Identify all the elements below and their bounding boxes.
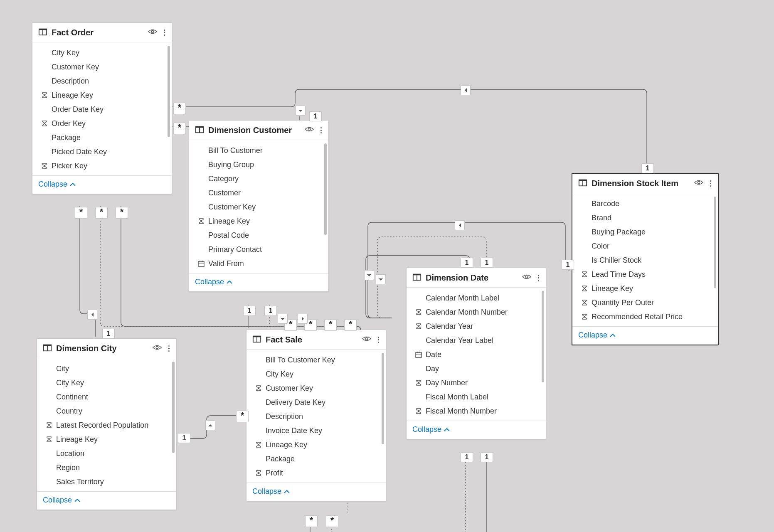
table-header[interactable]: Dimension Date — [407, 268, 546, 288]
field-row[interactable]: City Key — [246, 367, 386, 381]
field-row[interactable]: Color — [572, 239, 718, 253]
field-row[interactable]: Region — [37, 461, 176, 475]
sigma-icon — [579, 313, 590, 320]
field-row[interactable]: Continent — [37, 390, 176, 404]
field-row[interactable]: Package — [32, 131, 172, 145]
field-row[interactable]: Day — [407, 362, 546, 376]
field-row[interactable]: City Key — [32, 46, 172, 60]
more-options-icon[interactable] — [162, 29, 167, 37]
scrollbar[interactable] — [172, 362, 175, 453]
field-row[interactable]: City Key — [37, 376, 176, 390]
field-row[interactable]: Description — [246, 409, 386, 424]
scrollbar[interactable] — [382, 353, 384, 444]
collapse-button[interactable]: Collapse — [578, 331, 616, 340]
field-row[interactable]: Is Chiller Stock — [572, 253, 718, 267]
scrollbar[interactable] — [714, 197, 716, 288]
field-row[interactable]: Picked Date Key — [32, 145, 172, 159]
field-label: Calendar Year Label — [426, 336, 493, 345]
table-dimension-date[interactable]: Dimension Date Calendar Month LabelCalen… — [406, 268, 546, 439]
field-row[interactable]: Calendar Month Label — [407, 291, 546, 305]
field-row[interactable]: Lineage Key — [246, 438, 386, 452]
field-row[interactable]: Invoice Date Key — [246, 424, 386, 438]
scrollbar[interactable] — [542, 291, 544, 382]
scrollbar[interactable] — [324, 143, 327, 235]
field-row[interactable]: Country — [37, 404, 176, 418]
visibility-icon[interactable] — [148, 29, 157, 36]
more-options-icon[interactable] — [708, 180, 713, 187]
collapse-button[interactable]: Collapse — [252, 487, 290, 496]
field-label: Postal Code — [208, 231, 249, 240]
field-row[interactable]: Profit — [246, 466, 386, 480]
more-options-icon[interactable] — [167, 345, 171, 352]
field-row[interactable]: Customer — [189, 186, 328, 200]
field-row[interactable]: Buying Group — [189, 158, 328, 172]
table-header[interactable]: Dimension Stock Item — [572, 174, 718, 193]
field-row[interactable]: Picker Key — [32, 159, 172, 173]
field-row[interactable]: Quantity Per Outer — [572, 296, 718, 310]
field-row[interactable]: Package — [246, 452, 386, 466]
visibility-icon[interactable] — [694, 180, 703, 187]
table-header[interactable]: Dimension Customer — [189, 121, 328, 140]
visibility-icon[interactable] — [362, 336, 371, 343]
field-row[interactable]: Category — [189, 172, 328, 186]
model-canvas[interactable]: { "collapse_label": "Collapse", "cardina… — [0, 0, 774, 532]
scrollbar[interactable] — [168, 46, 170, 137]
cardinality-one: 1 — [102, 329, 115, 339]
field-row[interactable]: Fiscal Month Number — [407, 404, 546, 418]
field-row[interactable]: Customer Key — [32, 60, 172, 74]
field-row[interactable]: Date — [407, 347, 546, 362]
field-row[interactable]: Brand — [572, 211, 718, 225]
field-row[interactable]: Delivery Date Key — [246, 395, 386, 409]
field-row[interactable]: Lineage Key — [32, 88, 172, 102]
table-title: Fact Sale — [266, 335, 358, 345]
table-dimension-stock-item[interactable]: Dimension Stock Item BarcodeBrandBuying … — [572, 173, 719, 345]
field-row[interactable]: Calendar Year — [407, 319, 546, 333]
field-row[interactable]: Order Date Key — [32, 102, 172, 116]
visibility-icon[interactable] — [153, 345, 162, 352]
collapse-button[interactable]: Collapse — [38, 180, 76, 189]
field-row[interactable]: Description — [32, 74, 172, 88]
svg-point-3 — [151, 30, 154, 33]
field-row[interactable]: Postal Code — [189, 228, 328, 242]
field-row[interactable]: Lineage Key — [37, 432, 176, 446]
field-row[interactable]: Bill To Customer — [189, 143, 328, 158]
field-row[interactable]: Lineage Key — [189, 214, 328, 228]
field-row[interactable]: Recommended Retail Price — [572, 310, 718, 324]
table-header[interactable]: Fact Order — [32, 23, 172, 42]
field-row[interactable]: Valid From — [189, 256, 328, 271]
collapse-button[interactable]: Collapse — [412, 425, 450, 434]
table-dimension-customer[interactable]: Dimension Customer Bill To CustomerBuyin… — [189, 120, 329, 292]
field-row[interactable]: Latest Recorded Population — [37, 418, 176, 432]
field-row[interactable]: Calendar Month Number — [407, 305, 546, 319]
visibility-icon[interactable] — [305, 126, 314, 134]
more-options-icon[interactable] — [319, 126, 323, 134]
more-options-icon[interactable] — [376, 336, 381, 344]
table-fact-order[interactable]: Fact Order City KeyCustomer KeyDescripti… — [32, 22, 172, 194]
field-row[interactable]: City — [37, 362, 176, 376]
more-options-icon[interactable] — [536, 274, 541, 282]
collapse-button[interactable]: Collapse — [43, 496, 80, 505]
field-row[interactable]: Location — [37, 446, 176, 461]
field-row[interactable]: Barcode — [572, 197, 718, 211]
field-row[interactable]: Customer Key — [246, 381, 386, 395]
collapse-button[interactable]: Collapse — [195, 278, 232, 286]
table-header[interactable]: Dimension City — [37, 339, 176, 358]
field-row[interactable]: Sales Territory — [37, 475, 176, 489]
field-row[interactable]: Bill To Customer Key — [246, 353, 386, 367]
field-row[interactable]: Buying Package — [572, 225, 718, 239]
visibility-icon[interactable] — [522, 274, 531, 281]
field-row[interactable]: Order Key — [32, 116, 172, 131]
field-row[interactable]: Customer Key — [189, 200, 328, 214]
field-row[interactable]: Lead Time Days — [572, 267, 718, 281]
table-header[interactable]: Fact Sale — [246, 330, 386, 350]
field-row[interactable]: Primary Contact — [189, 242, 328, 256]
field-row[interactable]: Lineage Key — [572, 281, 718, 296]
field-label: Lineage Key — [266, 441, 307, 449]
field-row[interactable]: Calendar Year Label — [407, 333, 546, 347]
field-row[interactable]: Day Number — [407, 376, 546, 390]
field-row[interactable]: Fiscal Month Label — [407, 390, 546, 404]
sigma-icon — [413, 408, 424, 414]
table-icon — [252, 334, 261, 345]
table-fact-sale[interactable]: Fact Sale Bill To Customer KeyCity KeyCu… — [246, 330, 386, 501]
table-dimension-city[interactable]: Dimension City CityCity KeyContinentCoun… — [37, 338, 177, 510]
